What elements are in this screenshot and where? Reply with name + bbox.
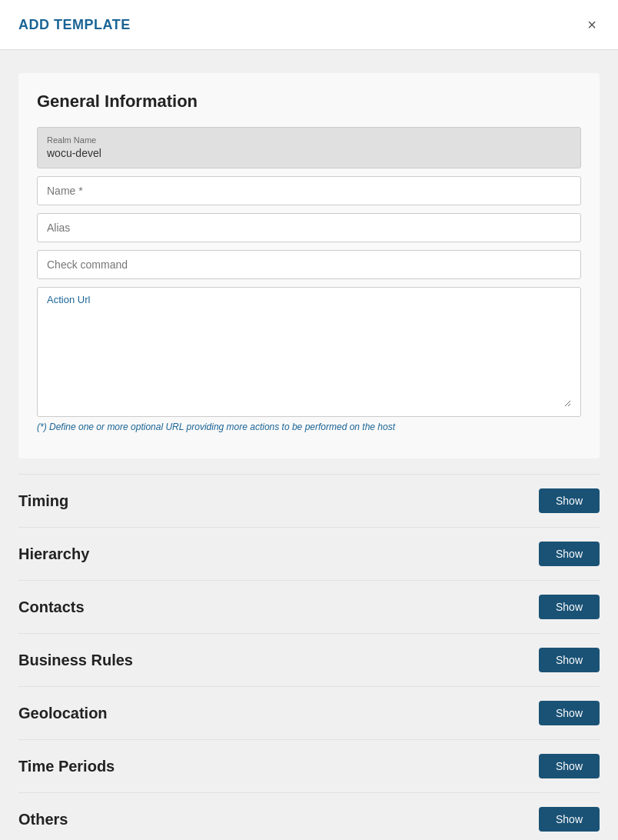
realm-name-label: Realm Name: [47, 135, 571, 145]
show-button-others[interactable]: Show: [539, 807, 600, 832]
modal-title: ADD TEMPLATE: [18, 17, 131, 33]
realm-name-value: wocu-devel: [47, 147, 101, 159]
section-title-timing: Timing: [18, 492, 68, 510]
section-row-timing: TimingShow: [18, 474, 600, 528]
section-title-others: Others: [18, 811, 68, 828]
general-info-title: General Information: [37, 92, 581, 112]
alias-group: [37, 213, 581, 242]
action-url-label: Action Url: [47, 294, 571, 305]
close-button[interactable]: ×: [584, 14, 600, 35]
section-row-business-rules: Business RulesShow: [18, 634, 600, 687]
section-row-contacts: ContactsShow: [18, 581, 600, 634]
show-button-time-periods[interactable]: Show: [539, 754, 600, 778]
section-title-time-periods: Time Periods: [18, 758, 115, 775]
section-row-hierarchy: HierarchyShow: [18, 528, 600, 581]
alias-input[interactable]: [37, 213, 581, 242]
section-title-business-rules: Business Rules: [18, 652, 133, 669]
action-url-textarea[interactable]: [47, 307, 571, 407]
check-command-group: [37, 250, 581, 279]
action-url-helper: (*) Define one or more optional URL prov…: [37, 422, 581, 432]
general-information-section: General Information Realm Name wocu-deve…: [18, 73, 600, 458]
section-row-others: OthersShow: [18, 793, 600, 840]
realm-name-group: Realm Name wocu-devel: [37, 127, 581, 168]
show-button-contacts[interactable]: Show: [539, 595, 600, 619]
modal-header: ADD TEMPLATE ×: [0, 0, 618, 50]
check-command-input[interactable]: [37, 250, 581, 279]
section-title-geolocation: Geolocation: [18, 705, 108, 722]
section-row-time-periods: Time PeriodsShow: [18, 740, 600, 793]
action-url-wrapper: Action Url: [37, 287, 581, 417]
show-button-business-rules[interactable]: Show: [539, 648, 600, 672]
collapsible-sections: TimingShowHierarchyShowContactsShowBusin…: [18, 474, 600, 840]
show-button-timing[interactable]: Show: [539, 488, 600, 513]
realm-name-field: Realm Name wocu-devel: [37, 127, 581, 168]
section-row-geolocation: GeolocationShow: [18, 687, 600, 740]
show-button-hierarchy[interactable]: Show: [539, 542, 600, 566]
show-button-geolocation[interactable]: Show: [539, 701, 600, 725]
add-template-modal: ADD TEMPLATE × General Information Realm…: [0, 0, 618, 840]
name-input[interactable]: [37, 176, 581, 205]
section-title-hierarchy: Hierarchy: [18, 545, 89, 563]
modal-body: General Information Realm Name wocu-deve…: [0, 50, 618, 840]
action-url-group: Action Url (*) Define one or more option…: [37, 287, 581, 432]
section-title-contacts: Contacts: [18, 598, 85, 616]
name-group: [37, 176, 581, 205]
